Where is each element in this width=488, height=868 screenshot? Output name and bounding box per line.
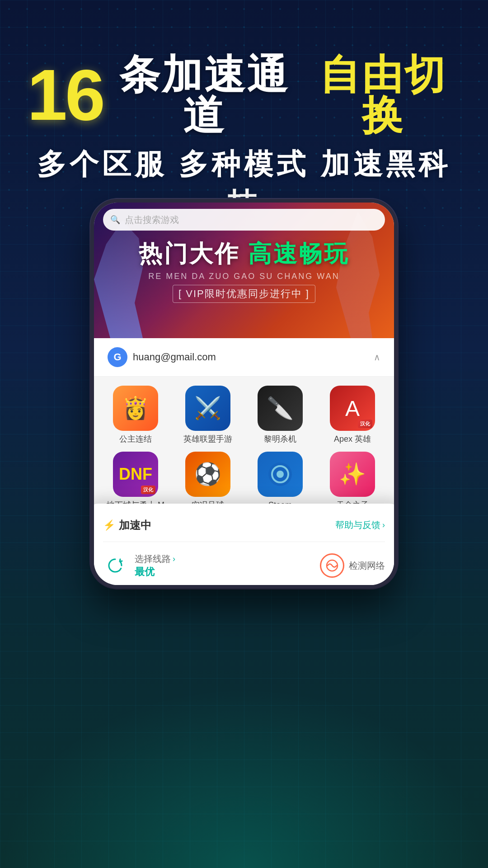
card-divider [103, 542, 385, 542]
network-icon [320, 553, 344, 578]
game-icon-steam [258, 452, 303, 497]
game-label-dawn: 黎明杀机 [264, 434, 296, 444]
phone-mockup: 热门大作 高速畅玩 RE MEN DA ZUO GAO SU CHANG WAN… [90, 199, 398, 589]
hero-text-part1: 条加速通道 [108, 54, 301, 136]
game-item-dnf[interactable]: DNF汉化地下城与勇士 M [103, 452, 168, 510]
help-label: 帮助与反馈 [335, 519, 380, 531]
game-icon-lol: ⚔️ [185, 386, 230, 431]
acceleration-card: ⚡ 加速中 帮助与反馈 › [94, 504, 394, 585]
game-icon-princess: 👸 [113, 386, 158, 431]
banner-main-text2: 高速畅玩 [248, 241, 349, 267]
status-label: 加速中 [119, 518, 151, 533]
account-row[interactable]: G huang@gmail.com ∧ [94, 338, 394, 377]
network-section[interactable]: 检测网络 [320, 553, 385, 578]
game-item-steam[interactable]: Steam [248, 452, 313, 510]
route-value: 最优 [135, 565, 175, 579]
help-link[interactable]: 帮助与反馈 › [335, 519, 385, 531]
route-label: 选择线路 › [135, 553, 175, 565]
game-item-destiny[interactable]: ✨天命之子 [320, 452, 385, 510]
network-label: 检测网络 [349, 560, 385, 572]
hero-text-part2: 自由切换 [306, 54, 461, 136]
hero-number: 16 [27, 59, 103, 131]
game-label-apex: Apex 英雄 [334, 434, 371, 444]
game-icon-dnf: DNF汉化 [113, 452, 158, 497]
han-badge: 汉化 [141, 486, 155, 494]
chevron-up-icon: ∧ [374, 352, 380, 363]
route-chevron: › [173, 554, 175, 564]
hero-section: 16 条加速通道 自由切换 多个区服 多种模式 加速黑科技 [0, 54, 488, 223]
game-label-princess: 公主连结 [119, 434, 152, 444]
banner-main-text: 热门大作 高速畅玩 [139, 238, 349, 270]
phone-banner: 热门大作 高速畅玩 RE MEN DA ZUO GAO SU CHANG WAN… [94, 203, 394, 338]
banner-text: 热门大作 高速畅玩 RE MEN DA ZUO GAO SU CHANG WAN… [139, 238, 349, 303]
game-icon-apex: A汉化 [330, 386, 375, 431]
game-item-soccer[interactable]: ⚽实况足球 [175, 452, 240, 510]
account-info: G huang@gmail.com [108, 347, 216, 367]
route-section[interactable]: 选择线路 › 最优 [103, 553, 175, 579]
game-label-lol: 英雄联盟手游 [183, 434, 232, 444]
game-icon-destiny: ✨ [330, 452, 375, 497]
phone-frame: 热门大作 高速畅玩 RE MEN DA ZUO GAO SU CHANG WAN… [90, 199, 398, 589]
svg-point-3 [277, 471, 284, 478]
game-item-princess[interactable]: 👸公主连结 [103, 386, 168, 444]
game-icon-dawn: 🔪 [258, 386, 303, 431]
google-icon: G [108, 347, 127, 367]
game-item-lol[interactable]: ⚔️英雄联盟手游 [175, 386, 240, 444]
account-email: huang@gmail.com [133, 351, 216, 363]
phone-screen: 热门大作 高速畅玩 RE MEN DA ZUO GAO SU CHANG WAN… [94, 203, 394, 585]
banner-vip: [ VIP限时优惠同步进行中 ] [173, 285, 315, 303]
phone-search-bar[interactable]: 🔍 点击搜索游戏 [103, 209, 385, 231]
game-item-dawn[interactable]: 🔪黎明杀机 [248, 386, 313, 444]
card-top-row: ⚡ 加速中 帮助与反馈 › [103, 518, 385, 533]
game-item-apex[interactable]: A汉化Apex 英雄 [320, 386, 385, 444]
banner-romanized: RE MEN DA ZUO GAO SU CHANG WAN [139, 272, 349, 281]
hero-title-line1: 16 条加速通道 自由切换 [27, 54, 461, 136]
accelerating-status: ⚡ 加速中 [103, 518, 151, 533]
chevron-right-icon: › [382, 520, 385, 530]
game-icon-soccer: ⚽ [185, 452, 230, 497]
search-icon: 🔍 [110, 215, 120, 225]
route-info: 选择线路 › 最优 [135, 553, 175, 579]
card-bottom-row: 选择线路 › 最优 检测网络 [103, 553, 385, 579]
refresh-icon [103, 553, 127, 578]
lightning-icon: ⚡ [103, 519, 115, 531]
banner-main-text1: 热门大作 [139, 241, 240, 267]
han-badge: 汉化 [358, 420, 372, 428]
search-placeholder: 点击搜索游戏 [125, 214, 179, 226]
